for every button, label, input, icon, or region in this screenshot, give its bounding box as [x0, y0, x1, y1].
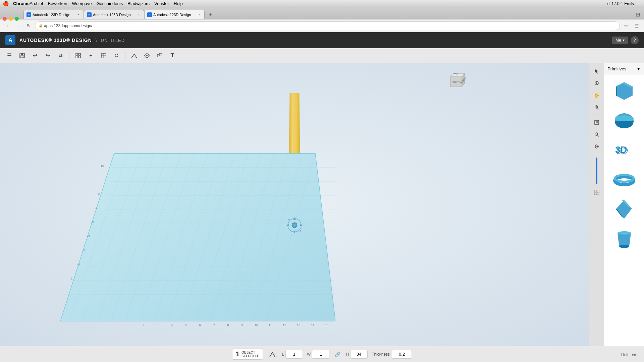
dim-l-group: L: [282, 350, 303, 359]
menu-geschiedenis[interactable]: Geschiedenis: [96, 1, 123, 6]
selected-info: 1 OBJECT SELECTED: [232, 349, 263, 360]
canvas-area[interactable]: TOP FRONT RIGHT: [0, 63, 589, 346]
svg-text:8: 8: [227, 323, 229, 327]
selected-count: 1: [236, 350, 239, 358]
tab-2[interactable]: A Autodesk 123D Design ×: [84, 10, 144, 19]
window-controls[interactable]: [3, 17, 19, 21]
menu-bewerken[interactable]: Bewerken: [48, 1, 67, 6]
menu-archief[interactable]: Archief: [30, 1, 43, 6]
svg-rect-5: [76, 56, 78, 58]
primitives-dropdown-icon[interactable]: ▼: [636, 66, 641, 71]
me-button[interactable]: Me ▾: [612, 37, 628, 44]
minimize-window-btn[interactable]: [9, 17, 13, 21]
primitive-cup[interactable]: [609, 225, 639, 252]
mac-time: di 17:02: [607, 1, 622, 6]
dim-l-input[interactable]: [285, 350, 303, 359]
save-button[interactable]: [17, 50, 28, 61]
svg-rect-101: [597, 190, 599, 192]
svg-rect-93: [596, 121, 598, 123]
tab-bar: A Autodesk 123D Design × A Autodesk 123D…: [0, 7, 644, 19]
orbit-tool-button[interactable]: [591, 78, 602, 88]
add-primitive-button[interactable]: +: [86, 50, 96, 61]
app-container: A AUTODESK® 123D® DESIGN \ UNTITLED Me ▾…: [0, 32, 644, 362]
app-logo: A: [5, 35, 15, 45]
menu-weergave[interactable]: Weergave: [72, 1, 92, 6]
tab-close-1[interactable]: ×: [76, 12, 81, 17]
status-bar: 1 OBJECT SELECTED L W 🔗 H: [0, 346, 644, 362]
help-button[interactable]: ?: [631, 36, 639, 44]
modify-button[interactable]: [142, 50, 152, 61]
svg-line-89: [597, 108, 599, 109]
select-tool-button[interactable]: [591, 66, 602, 76]
redo-button[interactable]: ↪: [42, 50, 53, 61]
grid-toggle-button[interactable]: [591, 187, 602, 198]
view-cube[interactable]: TOP FRONT RIGHT: [443, 68, 469, 95]
primitive-3dtext[interactable]: 3D 3D: [609, 137, 639, 164]
tab-3[interactable]: A Autodesk 123D Design ×: [144, 10, 205, 19]
primitive-torus[interactable]: [609, 166, 639, 193]
menu-bladwijzers[interactable]: Bladwijzers: [127, 1, 150, 6]
apple-icon[interactable]: 🍎: [3, 1, 9, 7]
menu-venster[interactable]: Venster: [154, 1, 169, 6]
new-tab-button[interactable]: +: [206, 10, 215, 19]
copy-button[interactable]: ⧉: [55, 50, 66, 61]
refresh-button[interactable]: ↻: [24, 21, 34, 31]
primitives-panel: Primitives ▼: [604, 63, 644, 346]
group-button[interactable]: [154, 50, 165, 61]
svg-text:10: 10: [255, 323, 258, 327]
app-header: A AUTODESK® 123D® DESIGN \ UNTITLED Me ▾…: [0, 32, 644, 48]
pan-tool-button[interactable]: ✋: [591, 90, 602, 101]
address-bar[interactable]: 🔒 apps.123dapp.com/design/: [35, 21, 620, 30]
primitive-roundbox[interactable]: [609, 107, 639, 134]
fit-all-button[interactable]: [591, 117, 602, 128]
svg-marker-106: [616, 86, 617, 97]
forward-button[interactable]: ›: [13, 21, 23, 31]
close-window-btn[interactable]: [3, 17, 7, 21]
mac-menu-items: Archief Bewerken Weergave Geschiedenis B…: [30, 1, 183, 6]
text-button[interactable]: T: [167, 50, 178, 61]
file-name: UNTITLED: [101, 38, 125, 43]
thickness-group: Thickness: [372, 350, 412, 359]
zoom-fit-button[interactable]: [591, 129, 602, 140]
sketch-button[interactable]: [98, 50, 109, 61]
thickness-input[interactable]: [392, 350, 412, 359]
dim-w-label: W: [307, 352, 311, 357]
svg-line-10: [131, 54, 134, 58]
dim-h-input[interactable]: [350, 350, 368, 359]
menu-help[interactable]: Help: [174, 1, 183, 6]
tab-close-3[interactable]: ×: [197, 12, 202, 17]
zoom-tool-button[interactable]: [591, 102, 602, 113]
primitive-hexbox[interactable]: [609, 78, 639, 105]
maximize-window-btn[interactable]: [15, 17, 19, 21]
tab-scroll-control[interactable]: ⊞: [636, 11, 640, 18]
transform-button[interactable]: [129, 50, 140, 61]
viewport-toggle-button[interactable]: [73, 50, 84, 61]
refresh-model-button[interactable]: ↺: [111, 50, 122, 61]
link-dimensions-icon[interactable]: 🔗: [335, 352, 340, 357]
menu-toggle-button[interactable]: ☰: [4, 50, 15, 61]
svg-rect-4: [78, 53, 80, 55]
right-toolbar-separator-2: [591, 154, 602, 154]
main-toolbar: ☰ ↩ ↪ ⧉ + ↺: [0, 48, 644, 63]
view-toggle-button[interactable]: [591, 141, 602, 152]
3d-viewport[interactable]: TOP FRONT RIGHT: [0, 63, 589, 346]
svg-rect-20: [159, 53, 162, 56]
lock-icon: 🔒: [39, 24, 43, 27]
primitive-diamond[interactable]: [609, 196, 639, 223]
svg-line-119: [272, 352, 275, 357]
settings-button[interactable]: ☰: [632, 21, 641, 31]
tab-1[interactable]: A Autodesk 123D Design ×: [23, 10, 84, 19]
back-button[interactable]: ‹: [3, 21, 12, 31]
bookmark-button[interactable]: ☆: [621, 21, 631, 31]
tab-close-2[interactable]: ×: [137, 12, 141, 17]
dim-w-input[interactable]: [312, 350, 329, 359]
chrome-label[interactable]: Chrome: [13, 1, 30, 6]
undo-button[interactable]: ↩: [30, 50, 40, 61]
unit-label: Unit:: [621, 353, 630, 357]
mac-user: Emily ----: [624, 1, 641, 6]
tab-favicon-2: A: [87, 12, 92, 17]
primitives-list: 3D 3D: [604, 75, 644, 346]
dim-h-group: H: [346, 350, 368, 359]
transform-gizmo[interactable]: [284, 215, 305, 236]
svg-text:-7: -7: [95, 206, 97, 210]
